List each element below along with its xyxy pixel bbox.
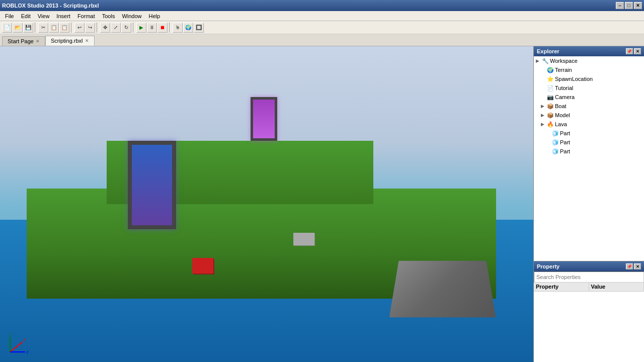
portal-upper-frame <box>251 97 277 141</box>
right-panels: Explorer 📌 ✕ ▶ 🔧 Workspace 🌍 Terrain <box>533 46 644 362</box>
tree-workspace[interactable]: ▶ 🔧 Workspace <box>534 56 644 65</box>
explorer-controls: 📌 ✕ <box>626 48 641 54</box>
menu-view[interactable]: View <box>35 12 53 20</box>
tree-label-part1: Part <box>560 130 570 136</box>
explorer-header: Explorer 📌 ✕ <box>534 46 644 56</box>
tb-open[interactable]: 📂 <box>13 23 23 33</box>
tree-label-lava: Lava <box>555 121 567 127</box>
part1-icon: 🧊 <box>552 130 559 137</box>
tree-label-camera: Camera <box>555 94 575 100</box>
tree-arrow-lava: ▶ <box>541 122 546 127</box>
menu-edit[interactable]: Edit <box>18 12 34 20</box>
tree-part-2[interactable]: 🧊 Part <box>534 138 644 147</box>
property-col-property: Property <box>534 283 589 291</box>
menu-help[interactable]: Help <box>146 12 164 20</box>
tb-terrain[interactable]: 🌍 <box>183 23 193 33</box>
tb-undo[interactable]: ↩ <box>74 23 85 33</box>
explorer-title: Explorer <box>537 48 559 54</box>
portal-upper <box>251 97 277 141</box>
small-gray-part <box>293 233 314 245</box>
maximize-button[interactable]: □ <box>625 2 633 9</box>
explorer-tree[interactable]: ▶ 🔧 Workspace 🌍 Terrain ⭐ SpawnLocation <box>534 56 644 261</box>
property-header-row: Property Value <box>534 283 644 292</box>
tree-spawnlocation[interactable]: ⭐ SpawnLocation <box>534 74 644 83</box>
tb-play[interactable]: ▶ <box>136 23 146 33</box>
axis-indicator: X Y Z <box>5 332 30 357</box>
property-search-input[interactable] <box>534 272 644 283</box>
menu-format[interactable]: Format <box>74 12 98 20</box>
property-close-button[interactable]: ✕ <box>634 263 641 269</box>
tab-start-page[interactable]: Start Page ✕ <box>2 36 45 46</box>
menu-file[interactable]: File <box>2 12 17 20</box>
tb-sep1 <box>35 23 37 33</box>
viewport-canvas[interactable]: X Y Z <box>0 46 533 362</box>
tab-scripting-close[interactable]: ✕ <box>85 38 89 43</box>
main-area: X Y Z Explorer 📌 ✕ ▶ 🔧 <box>0 46 644 362</box>
tab-bar: Start Page ✕ Scripting.rbxl ✕ <box>0 34 644 46</box>
tree-part-1[interactable]: 🧊 Part <box>534 129 644 138</box>
tree-arrow-model: ▶ <box>541 113 546 118</box>
tree-arrow-workspace: ▶ <box>536 58 541 63</box>
tb-rotate[interactable]: ↻ <box>121 23 131 33</box>
tree-model[interactable]: ▶ 📦 Model <box>534 111 644 120</box>
tab-scripting[interactable]: Scripting.rbxl ✕ <box>45 36 95 46</box>
menu-window[interactable]: Window <box>119 12 144 20</box>
tb-scale[interactable]: ⤢ <box>111 23 121 33</box>
tb-move[interactable]: ✥ <box>100 23 110 33</box>
tree-part-3[interactable]: 🧊 Part <box>534 147 644 156</box>
minimize-button[interactable]: – <box>616 2 624 9</box>
tb-sep3 <box>97 23 99 33</box>
part3-icon: 🧊 <box>552 148 559 155</box>
tb-copy[interactable]: 📋 <box>49 23 59 33</box>
boat-icon: 📦 <box>547 103 554 110</box>
tb-pause[interactable]: ⏸ <box>147 23 157 33</box>
tb-save[interactable]: 💾 <box>23 23 33 33</box>
tree-label-part3: Part <box>560 148 570 154</box>
svg-text:Y: Y <box>9 332 12 337</box>
tree-camera[interactable]: 📷 Camera <box>534 93 644 102</box>
tb-stop[interactable]: ⏹ <box>157 23 168 33</box>
spawn-icon: ⭐ <box>547 75 554 82</box>
title-bar: ROBLOX Studio 2013 - Scripting.rbxl – □ … <box>0 0 644 11</box>
tree-label-spawn: SpawnLocation <box>555 76 593 82</box>
tree-terrain[interactable]: 🌍 Terrain <box>534 65 644 74</box>
menu-bar: File Edit View Insert Format Tools Windo… <box>0 11 644 21</box>
tree-arrow-boat: ▶ <box>541 104 546 109</box>
tb-select[interactable]: 🖱 <box>173 23 183 33</box>
tb-redo[interactable]: ↪ <box>85 23 95 33</box>
tree-lava[interactable]: ▶ 🔥 Lava <box>534 120 644 129</box>
menu-insert[interactable]: Insert <box>53 12 73 20</box>
tutorial-icon: 📄 <box>547 84 554 92</box>
tb-cut[interactable]: ✂ <box>38 23 48 33</box>
portal-frame-left <box>128 141 176 229</box>
tree-label-tutorial: Tutorial <box>555 85 573 91</box>
tb-snap[interactable]: 🔲 <box>194 23 204 33</box>
tree-boat[interactable]: ▶ 📦 Boat <box>534 102 644 111</box>
property-col-value: Value <box>589 283 645 291</box>
tree-label-workspace: Workspace <box>550 58 578 64</box>
workspace-icon: 🔧 <box>542 57 549 64</box>
model-icon: 📦 <box>547 112 554 119</box>
property-panel: Property 📌 ✕ Property Value <box>534 261 644 362</box>
explorer-pin-button[interactable]: 📌 <box>626 48 633 54</box>
tree-tutorial[interactable]: 📄 Tutorial <box>534 83 644 93</box>
tab-start-page-close[interactable]: ✕ <box>36 39 40 44</box>
tb-paste[interactable]: 📋 <box>59 23 69 33</box>
tab-scripting-label: Scripting.rbxl <box>51 38 83 44</box>
tab-start-page-label: Start Page <box>8 38 34 44</box>
tree-label-part2: Part <box>560 139 570 145</box>
tree-label-model: Model <box>555 112 570 118</box>
property-pin-button[interactable]: 📌 <box>626 263 633 269</box>
menu-tools[interactable]: Tools <box>99 12 118 20</box>
tree-label-boat: Boat <box>555 103 567 109</box>
red-brick <box>192 258 213 274</box>
property-table: Property Value <box>534 283 644 362</box>
explorer-close-button[interactable]: ✕ <box>634 48 641 54</box>
viewport[interactable]: X Y Z <box>0 46 533 362</box>
terrain-icon: 🌍 <box>547 66 554 73</box>
close-button[interactable]: ✕ <box>634 2 642 9</box>
tb-new[interactable]: 📄 <box>2 23 12 33</box>
tb-sep5 <box>169 23 171 33</box>
property-controls: 📌 ✕ <box>626 263 641 269</box>
svg-text:X: X <box>23 337 26 342</box>
